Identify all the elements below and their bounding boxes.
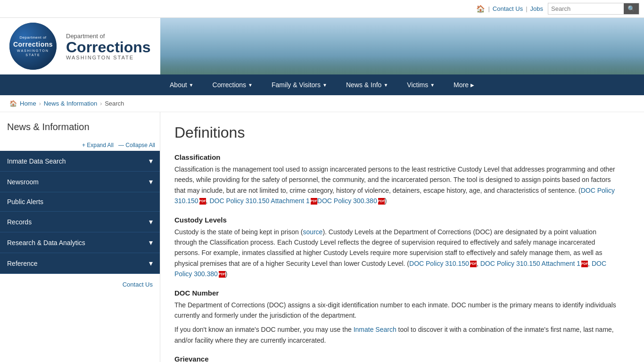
pdf-icon-1: PDF xyxy=(199,198,206,205)
doc-policy-300-380-link-1[interactable]: DOC Policy 300.380 xyxy=(317,197,377,205)
def-term-custody-levels: Custody Levels xyxy=(174,216,618,224)
search-input[interactable] xyxy=(548,4,624,14)
breadcrumb-sep2: › xyxy=(100,100,102,107)
nav-more-arrow: ▶ xyxy=(471,82,474,88)
sidebar-contact-link[interactable]: Contact Us xyxy=(123,281,153,288)
nav-family-visitors[interactable]: Family & Visitors ▼ xyxy=(262,74,337,95)
sidebar-item-inmate-data-search[interactable]: Inmate Data Search ▾ xyxy=(0,151,160,172)
nav-more[interactable]: More ▶ xyxy=(444,74,484,95)
contact-us-link[interactable]: Contact Us xyxy=(493,5,523,12)
breadcrumb-level2[interactable]: News & Information xyxy=(44,100,97,107)
main-content: Definitions Classification Classificatio… xyxy=(160,112,632,362)
sidebar-item-research-data[interactable]: Research & Data Analytics ▾ xyxy=(0,232,160,253)
expand-collapse-bar: + Expand All — Collapse All xyxy=(0,140,160,151)
breadcrumb-level3: Search xyxy=(105,100,124,107)
nav-victims[interactable]: Victims ▼ xyxy=(397,74,444,95)
collapse-all-button[interactable]: — Collapse All xyxy=(118,142,155,148)
def-term-grievance: Grievance xyxy=(174,355,618,362)
nav-corrections[interactable]: Corrections ▼ xyxy=(203,74,263,95)
nav-family-arrow: ▼ xyxy=(322,82,327,88)
logo-corrections: Corrections xyxy=(9,40,57,49)
doc-policy-310-150-att1-link-2[interactable]: DOC Policy 310.150 Attachment 1 xyxy=(480,260,580,267)
breadcrumb-home[interactable]: Home xyxy=(20,100,36,107)
def-term-doc-number: DOC Number xyxy=(174,289,618,297)
pdf-icon-6: PDF xyxy=(219,271,225,278)
def-body-custody-levels: Custody is the state of being kept in pr… xyxy=(174,227,618,280)
def-body-doc-number-2: If you don't know an inmate's DOC number… xyxy=(174,324,618,346)
research-arrow-icon: ▾ xyxy=(149,238,153,247)
nav-victims-arrow: ▼ xyxy=(430,82,435,88)
top-bar: 🏠 | Contact Us | Jobs 🔍 xyxy=(0,0,644,18)
logo-circle: Department of Corrections WASHINGTON STA… xyxy=(9,23,57,70)
sidebar-contact: Contact Us xyxy=(0,274,160,295)
newsroom-arrow-icon: ▾ xyxy=(149,177,153,186)
sidebar-item-public-alerts[interactable]: Public Alerts xyxy=(0,192,160,212)
sidebar-item-newsroom[interactable]: Newsroom ▾ xyxy=(0,172,160,192)
def-body-doc-number: The Department of Corrections (DOC) assi… xyxy=(174,300,618,321)
nav-about[interactable]: About ▼ xyxy=(160,74,203,95)
sidebar-item-records[interactable]: Records ▾ xyxy=(0,212,160,232)
doc-policy-310-150-att1-link-1[interactable]: DOC Policy 310.150 Attachment 1 xyxy=(209,197,309,205)
pdf-icon-4: PDF xyxy=(470,261,477,267)
jobs-link[interactable]: Jobs xyxy=(530,5,543,12)
sidebar-title: News & Information xyxy=(0,122,160,140)
logo-text-corrections: Corrections xyxy=(66,40,151,55)
logo-state: WASHINGTON STATE xyxy=(9,49,57,57)
sidebar: News & Information + Expand All — Collap… xyxy=(0,112,160,362)
header: Department of Corrections WASHINGTON STA… xyxy=(0,18,644,74)
expand-all-button[interactable]: + Expand All xyxy=(82,142,114,148)
inmate-search-link[interactable]: Inmate Search xyxy=(354,326,396,333)
def-term-classification: Classification xyxy=(174,153,618,161)
logo-area: Department of Corrections WASHINGTON STA… xyxy=(0,18,160,74)
doc-policy-310-150-link-2[interactable]: DOC Policy 310.150 xyxy=(409,260,469,267)
pdf-icon-5: PDF xyxy=(581,261,588,267)
breadcrumb: 🏠 Home › News & Information › Search xyxy=(0,95,644,112)
main-nav: About ▼ Corrections ▼ Family & Visitors … xyxy=(0,74,644,95)
logo-dept: Department of xyxy=(9,35,57,40)
inmate-search-arrow-icon: ▾ xyxy=(149,156,153,165)
breadcrumb-home-icon: 🏠 xyxy=(9,100,17,107)
page-title: Definitions xyxy=(174,124,618,141)
breadcrumb-sep1: › xyxy=(39,100,41,107)
header-banner xyxy=(160,18,644,74)
home-icon[interactable]: 🏠 xyxy=(476,5,485,13)
source-link[interactable]: source xyxy=(303,228,322,236)
search-button[interactable]: 🔍 xyxy=(624,3,639,14)
sidebar-item-reference[interactable]: Reference ▾ xyxy=(0,253,160,274)
records-arrow-icon: ▾ xyxy=(149,217,153,226)
content-layout: News & Information + Expand All — Collap… xyxy=(0,112,644,362)
nav-corrections-arrow: ▼ xyxy=(248,82,253,88)
nav-about-arrow: ▼ xyxy=(189,82,194,88)
pdf-icon-2: PDF xyxy=(311,198,317,205)
pdf-icon-3: PDF xyxy=(378,198,385,205)
def-body-classification: Classification is the management tool us… xyxy=(174,164,618,206)
nav-news-arrow: ▼ xyxy=(383,82,388,88)
search-box: 🔍 xyxy=(548,3,639,15)
reference-arrow-icon: ▾ xyxy=(149,259,153,268)
nav-news-info[interactable]: News & Info ▼ xyxy=(337,74,397,95)
